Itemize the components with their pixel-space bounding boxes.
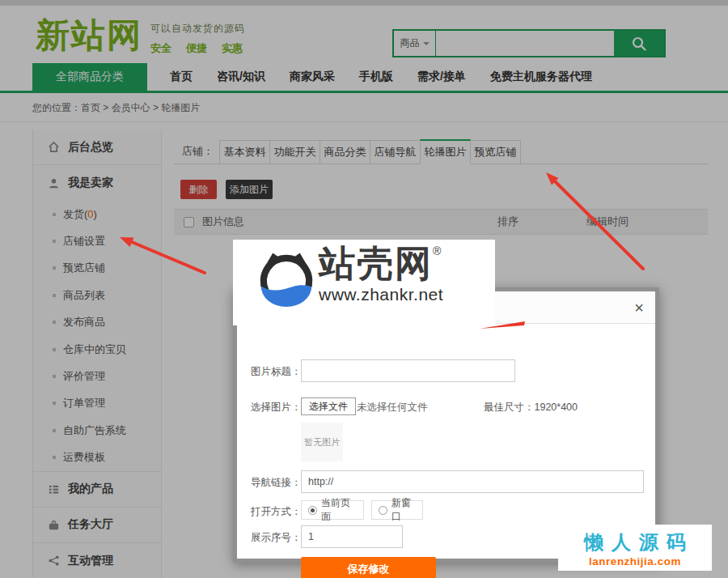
radio-selected-icon xyxy=(308,506,317,515)
lanren-watermark: 懒人源码 lanrenzhijia.com xyxy=(558,525,712,571)
display-order-label: 展示序号： xyxy=(251,531,302,545)
no-file-text: 未选择任何文件 xyxy=(357,401,428,414)
display-order-input[interactable] xyxy=(301,525,403,548)
nav-link-input[interactable] xyxy=(301,470,644,493)
best-size-hint: 最佳尺寸：1920*400 xyxy=(484,401,578,414)
radio-current-page[interactable]: 当前页面 xyxy=(301,500,364,520)
lanren-name: 懒人源码 xyxy=(558,529,712,555)
modal-body: 图片标题： 选择图片： 选择文件 未选择任何文件 最佳尺寸：1920*400 暂… xyxy=(237,324,655,558)
radio-new-window[interactable]: 新窗口 xyxy=(371,500,423,520)
registered-mark: ® xyxy=(433,244,441,257)
image-title-input[interactable] xyxy=(301,359,515,382)
cat-logo-icon xyxy=(256,248,317,317)
image-title-label: 图片标题： xyxy=(251,365,302,379)
zhankr-text-block: 站壳网 ® www.zhankr.net xyxy=(319,241,443,304)
zhankr-url: www.zhankr.net xyxy=(319,285,443,304)
page: 新站网 可以自动发货的源码 安全 便捷 实惠 商品 全部商品分类 首页 咨讯/知… xyxy=(0,0,728,578)
lanren-url: lanrenzhijia.com xyxy=(558,555,712,567)
edit-banner-modal: × 图片标题： 选择图片： 选择文件 未选择任何文件 最佳尺寸：1920*400… xyxy=(233,287,659,563)
radio-label: 新窗口 xyxy=(392,496,416,524)
no-image-placeholder: 暂无图片 xyxy=(301,423,343,461)
radio-unselected-icon xyxy=(379,506,387,515)
choose-file-button[interactable]: 选择文件 xyxy=(301,397,356,415)
radio-label: 当前页面 xyxy=(321,496,357,524)
choose-image-label: 选择图片： xyxy=(251,401,302,414)
save-button[interactable]: 保存修改 xyxy=(301,557,436,578)
zhankr-site-name: 站壳网 xyxy=(319,241,433,287)
open-mode-label: 打开方式： xyxy=(251,505,302,519)
close-icon[interactable]: × xyxy=(634,300,644,316)
zhankr-watermark: 站壳网 ® www.zhankr.net xyxy=(233,240,495,325)
nav-link-label: 导航链接： xyxy=(251,476,302,490)
